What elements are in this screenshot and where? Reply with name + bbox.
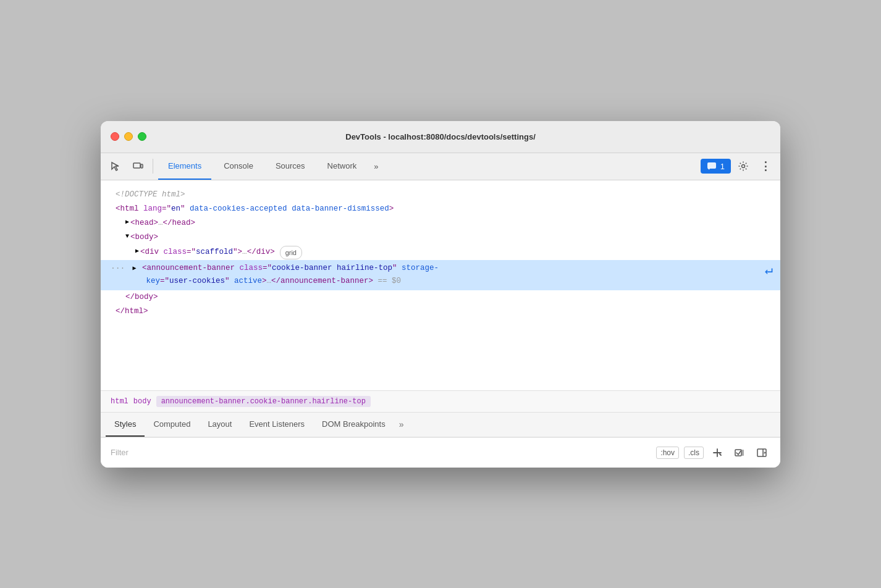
div-toggle[interactable] — [135, 246, 139, 256]
svg-point-3 — [742, 165, 745, 168]
devtools-toolbar: Elements Console Sources Network » 1 — [101, 153, 780, 180]
device-toggle-button[interactable] — [128, 156, 148, 176]
menu-button[interactable]: ⋮ — [756, 156, 775, 176]
filter-bar: Filter :hov .cls — [101, 437, 780, 468]
breadcrumb-announcement-banner[interactable]: announcement-banner.cookie-banner.hairli… — [156, 396, 371, 407]
body-toggle[interactable] — [125, 231, 129, 242]
dom-line-body-open[interactable]: <body> — [101, 230, 780, 245]
dom-line-html[interactable]: <html lang="en" data-cookies-accepted da… — [101, 202, 780, 216]
plus-icon — [712, 447, 723, 458]
head-toggle[interactable] — [125, 217, 129, 227]
add-style-rule-button[interactable] — [709, 444, 726, 461]
device-icon — [132, 161, 143, 172]
banner-toggle[interactable] — [132, 263, 136, 274]
grid-badge[interactable]: grid — [280, 246, 302, 260]
gear-icon — [738, 161, 749, 172]
tab-elements[interactable]: Elements — [158, 153, 211, 180]
sidebar-icon — [756, 447, 767, 458]
chat-icon — [707, 161, 717, 171]
filter-placeholder[interactable]: Filter — [111, 448, 656, 457]
minimize-button[interactable] — [124, 132, 133, 141]
toolbar-divider — [153, 159, 153, 174]
cursor-icon — [110, 161, 121, 172]
hov-button[interactable]: :hov — [656, 447, 679, 459]
more-tabs-button[interactable]: » — [369, 159, 383, 174]
close-button[interactable] — [111, 132, 119, 141]
more-bottom-tabs-button[interactable]: » — [394, 419, 409, 429]
dom-line-html-close: </html> — [101, 304, 780, 319]
toggle-sidebar-button[interactable] — [753, 444, 770, 461]
dom-line-doctype: <!DOCTYPE html> — [101, 188, 780, 202]
filter-actions: :hov .cls — [656, 444, 770, 461]
bottom-tabs: Styles Computed Layout Event Listeners D… — [101, 413, 780, 437]
traffic-lights — [111, 132, 146, 141]
tab-styles[interactable]: Styles — [106, 412, 145, 437]
tab-dom-breakpoints[interactable]: DOM Breakpoints — [313, 412, 394, 437]
tab-console[interactable]: Console — [214, 153, 263, 180]
inspect-element-button[interactable] — [106, 156, 125, 176]
breadcrumb-bar: html body announcement-banner.cookie-ban… — [101, 390, 780, 413]
selected-line-content: <announcement-banner class="cookie-banne… — [130, 262, 759, 288]
three-dots-area: ··· — [101, 262, 130, 275]
dom-line-body-close: </body> — [101, 290, 780, 304]
svg-rect-1 — [141, 164, 143, 168]
breadcrumb-body[interactable]: body — [133, 397, 151, 406]
tab-sources[interactable]: Sources — [266, 153, 315, 180]
tab-computed[interactable]: Computed — [145, 412, 199, 437]
return-arrow-icon: ↵ — [765, 264, 773, 278]
dom-tree: <!DOCTYPE html> <html lang="en" data-coo… — [101, 180, 780, 390]
html-open-tag: <html — [116, 203, 143, 216]
arrow-indicator-area: ↵ — [760, 262, 780, 278]
tab-layout[interactable]: Layout — [199, 412, 240, 437]
svg-rect-5 — [742, 450, 744, 456]
titlebar: DevTools - localhost:8080/docs/devtools/… — [101, 121, 780, 153]
checkbox-icon — [734, 447, 745, 458]
svg-rect-0 — [133, 163, 140, 168]
window-title: DevTools - localhost:8080/docs/devtools/… — [345, 132, 536, 141]
three-dots-icon: ··· — [111, 262, 125, 275]
doctype-text: <!DOCTYPE html> — [116, 188, 185, 201]
element-state-button[interactable] — [731, 444, 748, 461]
tab-event-listeners[interactable]: Event Listeners — [240, 412, 313, 437]
settings-button[interactable] — [733, 156, 753, 176]
notification-button[interactable]: 1 — [701, 159, 731, 174]
devtools-window: DevTools - localhost:8080/docs/devtools/… — [101, 121, 780, 468]
dots-icon: ⋮ — [760, 159, 771, 173]
dom-line-head[interactable]: <head>…</head> — [101, 216, 780, 230]
cls-button[interactable]: .cls — [684, 447, 704, 459]
breadcrumb-html[interactable]: html — [111, 397, 129, 406]
maximize-button[interactable] — [138, 132, 146, 141]
dom-selected-line[interactable]: ··· <announcement-banner class="cookie-b… — [101, 260, 780, 290]
dom-line-div[interactable]: <div class="scaffold">…</div> grid — [101, 245, 780, 261]
tab-network[interactable]: Network — [318, 153, 367, 180]
svg-rect-2 — [707, 162, 716, 169]
